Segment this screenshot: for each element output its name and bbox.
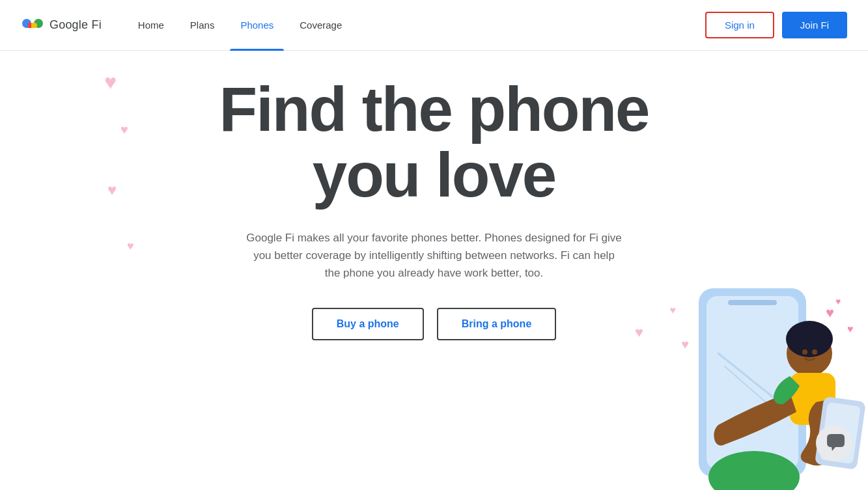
hero-description: Google Fi makes all your favorite phones… — [245, 229, 623, 282]
hero-section: ♥ ♥ ♥ ♥ ♥ ♥ ♥ Find the phone you love Go… — [0, 51, 868, 490]
navbar: Google Fi Home Plans Phones Coverage Sig… — [0, 0, 868, 51]
svg-rect-3 — [28, 23, 31, 28]
svg-point-11 — [786, 321, 833, 357]
nav-coverage[interactable]: Coverage — [289, 0, 352, 51]
nav-plans[interactable]: Plans — [180, 0, 225, 51]
svg-text:♥: ♥ — [847, 323, 854, 334]
heart-decoration-1: ♥ — [104, 70, 117, 94]
logo-text: Google Fi — [49, 18, 102, 32]
heart-decoration-4: ♥ — [127, 239, 134, 253]
nav-actions: Sign in Join Fi — [705, 12, 847, 38]
nav-phones[interactable]: Phones — [230, 0, 284, 51]
hero-title: Find the phone you love — [141, 77, 727, 208]
svg-point-14 — [802, 349, 807, 355]
logo[interactable]: Google Fi — [21, 14, 102, 37]
svg-point-13 — [808, 323, 826, 342]
svg-text:♥: ♥ — [826, 305, 834, 321]
heart-decoration-2: ♥ — [120, 122, 128, 137]
google-fi-logo-icon — [21, 14, 44, 37]
heart-decoration-3: ♥ — [107, 181, 117, 199]
svg-point-12 — [792, 326, 807, 342]
join-fi-button[interactable]: Join Fi — [782, 12, 847, 38]
svg-text:♥: ♥ — [835, 296, 841, 306]
sign-in-button[interactable]: Sign in — [705, 12, 774, 38]
nav-links: Home Plans Phones Coverage — [128, 0, 705, 51]
bring-phone-button[interactable]: Bring a phone — [437, 308, 557, 340]
svg-point-15 — [812, 349, 817, 355]
svg-rect-6 — [728, 300, 777, 305]
buy-phone-button[interactable]: Buy a phone — [312, 308, 424, 340]
hero-illustration: ♥ ♥ ♥ — [634, 275, 868, 490]
illustration-svg: ♥ ♥ ♥ — [634, 275, 868, 490]
nav-home[interactable]: Home — [128, 0, 175, 51]
